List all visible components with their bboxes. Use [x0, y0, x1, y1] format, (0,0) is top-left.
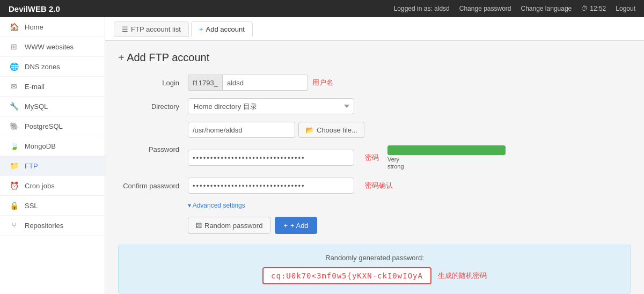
sidebar-item-mysql[interactable]: 🔧 MySQL [0, 97, 105, 116]
random-icon: ⚄ [196, 222, 202, 230]
www-icon: ⊞ [9, 42, 19, 51]
random-password-button[interactable]: ⚄ Random password [188, 217, 270, 234]
sidebar-item-label: MongoDB [25, 142, 56, 150]
sidebar-item-home[interactable]: 🏠 Home [0, 17, 105, 37]
confirm-hint: 密码确认 [365, 181, 393, 190]
sidebar-item-label: MySQL [25, 102, 48, 111]
ftp-icon: 📁 [9, 161, 19, 170]
sidebar-item-ftp[interactable]: 📁 FTP [0, 156, 105, 176]
choose-file-label: Choose file... [317, 126, 357, 134]
sidebar-item-cron[interactable]: ⏰ Cron jobs [0, 176, 105, 196]
add-icon: + [283, 222, 288, 230]
password-label: Password [118, 145, 188, 153]
tab-label: FTP account list [131, 25, 181, 33]
page-title: + Add FTP account [118, 52, 631, 64]
mysql-icon: 🔧 [9, 102, 19, 111]
path-row: 📂 Choose file... [188, 122, 631, 138]
sidebar: 🏠 Home ⊞ WWW websites 🌐 DNS zones ✉ E-ma… [0, 17, 105, 294]
home-icon: 🏠 [9, 23, 19, 31]
list-icon: ☰ [122, 25, 128, 33]
sidebar-item-label: SSL [25, 202, 38, 210]
password-hint: 密码 [365, 153, 379, 163]
sidebar-item-label: Repositories [25, 222, 63, 230]
confirm-label: Confirm password [118, 182, 188, 190]
password-result-box: Randomly generated password: cq:U0k70<3m… [118, 245, 631, 293]
dns-icon: 🌐 [9, 62, 19, 71]
password-input[interactable] [188, 150, 354, 166]
sidebar-item-label: PostgreSQL [25, 122, 63, 130]
sidebar-item-label: Cron jobs [25, 182, 55, 190]
advanced-settings-link[interactable]: ▾ Advanced settings [188, 202, 245, 209]
sidebar-item-label: DNS zones [25, 63, 60, 71]
change-language-link[interactable]: Change language [521, 5, 572, 12]
action-row: ⚄ Random password + + Add [188, 217, 631, 234]
result-value-wrap: cq:U0k70<3mf0w5{yKXN-ckI0wIOyA 生成的随机密码 [131, 267, 618, 284]
add-label: + Add [290, 222, 309, 230]
sidebar-item-email[interactable]: ✉ E-mail [0, 77, 105, 97]
login-prefix: f11793_ [188, 75, 222, 91]
change-password-link[interactable]: Change password [459, 5, 511, 12]
main-content: ☰ FTP account list + Add account + Add F… [105, 17, 644, 294]
generated-password[interactable]: cq:U0k70<3mf0w5{yKXN-ckI0wIOyA [262, 267, 431, 284]
topbar-right: Logged in as: aldsd Change password Chan… [394, 5, 635, 12]
result-title: Randomly generated password: [131, 254, 618, 262]
layout: 🏠 Home ⊞ WWW websites 🌐 DNS zones ✉ E-ma… [0, 17, 644, 294]
login-label: Login [118, 79, 188, 87]
password-row: Password 密码 Verystrong [118, 145, 631, 170]
confirm-row: Confirm password 密码确认 [118, 178, 631, 194]
path-input[interactable] [188, 122, 295, 138]
sidebar-item-label: E-mail [25, 83, 45, 91]
sidebar-item-www[interactable]: ⊞ WWW websites [0, 37, 105, 57]
folder-icon: 📂 [305, 126, 314, 134]
mongodb-icon: 🍃 [9, 142, 19, 150]
directory-select[interactable]: Home directory 目录 [188, 98, 354, 114]
sidebar-item-postgresql[interactable]: 🐘 PostgreSQL [0, 116, 105, 136]
sidebar-item-repos[interactable]: ⑂ Repositories [0, 216, 105, 236]
add-icon: + [199, 25, 203, 33]
result-hint: 生成的随机密码 [438, 271, 487, 281]
tabbar: ☰ FTP account list + Add account [105, 17, 644, 41]
sidebar-item-label: WWW websites [25, 43, 74, 51]
login-hint: 用户名 [312, 78, 333, 87]
confirm-input[interactable] [188, 178, 354, 194]
login-control: f11793_ 用户名 [188, 75, 333, 91]
strength-wrap: Verystrong [387, 145, 506, 170]
ssl-icon: 🔒 [9, 201, 19, 210]
login-row: Login f11793_ 用户名 [118, 75, 631, 91]
email-icon: ✉ [9, 82, 19, 91]
sidebar-item-mongodb[interactable]: 🍃 MongoDB [0, 136, 105, 156]
password-field-wrap: 密码 Verystrong [188, 145, 506, 170]
sidebar-item-dns[interactable]: 🌐 DNS zones [0, 57, 105, 77]
cron-icon: ⏰ [9, 181, 19, 190]
logged-in-label: Logged in as: aldsd [394, 5, 450, 12]
sidebar-item-label: Home [25, 23, 43, 31]
login-input[interactable] [222, 75, 308, 91]
random-label: Random password [204, 222, 262, 230]
tab-account-list[interactable]: ☰ FTP account list [114, 21, 189, 37]
tab-label: Add account [206, 25, 245, 33]
sidebar-item-ssl[interactable]: 🔒 SSL [0, 196, 105, 216]
content-area: + Add FTP account Login f11793_ 用户名 Dire… [105, 41, 644, 294]
choose-file-button[interactable]: 📂 Choose file... [298, 122, 364, 138]
brand-title: DevilWEB 2.0 [9, 4, 60, 13]
tab-add-account[interactable]: + Add account [191, 21, 253, 37]
logout-button[interactable]: Logout [616, 5, 635, 12]
directory-label: Directory [118, 102, 188, 111]
postgresql-icon: 🐘 [9, 122, 19, 130]
strength-bar-outer [387, 145, 506, 155]
topbar: DevilWEB 2.0 Logged in as: aldsd Change … [0, 0, 644, 17]
strength-bar-inner [387, 145, 506, 155]
confirm-field-wrap: 密码确认 [188, 178, 393, 194]
clock-label: ⏱ 12:52 [581, 5, 606, 12]
directory-row: Directory Home directory 目录 [118, 98, 631, 114]
strength-label: Verystrong [387, 156, 404, 170]
sidebar-item-label: FTP [25, 162, 38, 170]
add-button[interactable]: + + Add [275, 217, 317, 234]
directory-control: Home directory 目录 [188, 98, 354, 114]
repos-icon: ⑂ [9, 221, 19, 230]
